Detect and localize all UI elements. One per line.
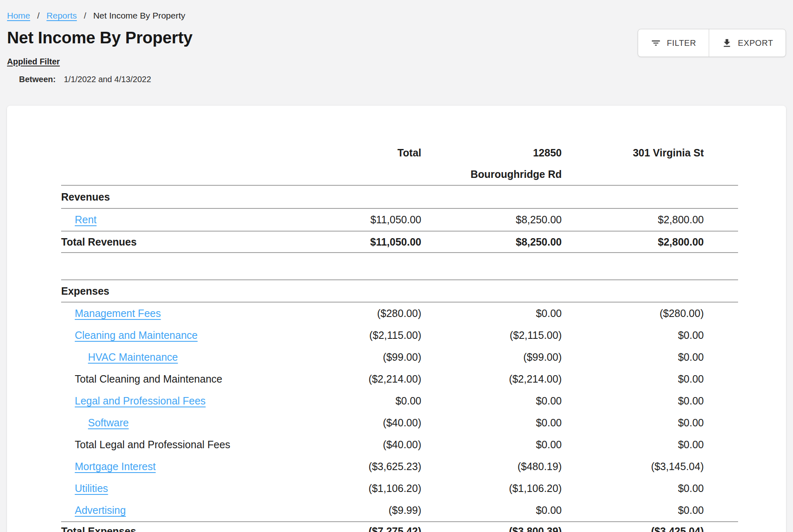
cell-utilities-col1: ($1,106.20) — [421, 482, 562, 494]
column-header-property-12850-bouroughridge-rd: 12850 Bouroughridge Rd — [421, 142, 562, 185]
table-header-row: Total 12850 Bouroughridge Rd 301 Virgini… — [61, 142, 738, 186]
cell-rent-col2: $2,800.00 — [562, 214, 704, 226]
category-link-utilities[interactable]: Utilities — [61, 482, 281, 494]
cell-software-col2: $0.00 — [562, 417, 704, 429]
cell-total-cleaning-and-maintenance-col1: ($2,214.00) — [421, 373, 562, 385]
between-value: 1/1/2022 and 4/13/2022 — [64, 75, 151, 84]
cell-hvac-maintenance-col2: $0.00 — [562, 351, 704, 363]
table-row-hvac-maintenance: HVAC Maintenance($99.00)($99.00)$0.00 — [61, 346, 738, 368]
category-link-mortgage-interest[interactable]: Mortgage Interest — [61, 461, 281, 473]
table-row-total-revenues: Total Revenues$11,050.00$8,250.00$2,800.… — [61, 231, 738, 253]
cell-total-cleaning-and-maintenance-col2: $0.00 — [562, 373, 704, 385]
cell-cleaning-and-maintenance-col1: ($2,115.00) — [421, 329, 562, 341]
table-row-revenues: Revenues — [61, 186, 738, 209]
cell-management-fees-col1: $0.00 — [421, 307, 562, 319]
cell-rent-col1: $8,250.00 — [421, 214, 562, 226]
row-label-expenses: Expenses — [61, 285, 281, 297]
title-row: Net Income By Property FILTER EXPORT — [7, 28, 786, 57]
cell-total-legal-and-professional-fees-col1: $0.00 — [421, 439, 562, 451]
cell-mortgage-interest-col2: ($3,145.04) — [562, 461, 704, 473]
report-table: Total 12850 Bouroughridge Rd 301 Virgini… — [61, 142, 738, 532]
table-row-management-fees: Management Fees($280.00)$0.00($280.00) — [61, 303, 738, 324]
category-link-cleaning-and-maintenance[interactable]: Cleaning and Maintenance — [61, 329, 281, 341]
column-header-property-301-virginia-st: 301 Virginia St — [562, 142, 704, 163]
report-card: Total 12850 Bouroughridge Rd 301 Virgini… — [7, 106, 786, 532]
cell-total-legal-and-professional-fees-col2: $0.00 — [562, 439, 704, 451]
cell-hvac-maintenance-col0: ($99.00) — [281, 351, 421, 363]
cell-cleaning-and-maintenance-col0: ($2,115.00) — [281, 329, 421, 341]
export-button[interactable]: EXPORT — [709, 29, 786, 57]
cell-utilities-col2: $0.00 — [562, 482, 704, 494]
table-row-total-cleaning-and-maintenance: Total Cleaning and Maintenance($2,214.00… — [61, 368, 738, 390]
table-row-cleaning-and-maintenance: Cleaning and Maintenance($2,115.00)($2,1… — [61, 324, 738, 346]
cell-management-fees-col0: ($280.00) — [281, 307, 421, 319]
breadcrumb-link-reports[interactable]: Reports — [47, 11, 77, 20]
applied-filter-detail: Between: 1/1/2022 and 4/13/2022 — [19, 75, 786, 84]
breadcrumb-link-home[interactable]: Home — [7, 11, 30, 20]
category-link-rent[interactable]: Rent — [61, 214, 281, 226]
category-link-management-fees[interactable]: Management Fees — [61, 307, 281, 319]
table-row-advertising: Advertising($9.99)$0.00$0.00 — [61, 499, 738, 521]
cell-utilities-col0: ($1,106.20) — [281, 482, 421, 494]
category-link-legal-and-professional-fees[interactable]: Legal and Professional Fees — [61, 395, 281, 407]
cell-total-expenses-col2: ($3,425.04) — [562, 525, 704, 532]
download-icon — [722, 38, 732, 48]
breadcrumb-current-page: Net Income By Property — [93, 11, 185, 20]
row-label-total-legal-and-professional-fees: Total Legal and Professional Fees — [61, 439, 281, 451]
table-row-spacer — [61, 253, 738, 279]
table-row-total-expenses: Total Expenses($7,275.42)($3,800.39)($3,… — [61, 521, 738, 532]
cell-total-expenses-col1: ($3,800.39) — [421, 525, 562, 532]
column-header-total: Total — [281, 142, 421, 163]
report-table-body: RevenuesRent$11,050.00$8,250.00$2,800.00… — [61, 186, 738, 532]
cell-legal-and-professional-fees-col2: $0.00 — [562, 395, 704, 407]
cell-total-legal-and-professional-fees-col0: ($40.00) — [281, 439, 421, 451]
row-label-total-expenses: Total Expenses — [61, 525, 281, 532]
table-row-total-legal-and-professional-fees: Total Legal and Professional Fees($40.00… — [61, 434, 738, 456]
table-row-expenses: Expenses — [61, 279, 738, 303]
filter-button[interactable]: FILTER — [638, 29, 709, 57]
category-link-hvac-maintenance[interactable]: HVAC Maintenance — [61, 351, 281, 363]
row-label-total-revenues: Total Revenues — [61, 236, 281, 248]
breadcrumb: Home / Reports / Net Income By Property — [7, 11, 786, 21]
filter-list-icon — [651, 38, 661, 48]
category-link-software[interactable]: Software — [61, 417, 281, 429]
cell-total-revenues-col2: $2,800.00 — [562, 236, 704, 248]
cell-software-col1: $0.00 — [421, 417, 562, 429]
page-title: Net Income By Property — [7, 28, 192, 47]
filter-button-label: FILTER — [667, 38, 696, 48]
table-row-legal-and-professional-fees: Legal and Professional Fees$0.00$0.00$0.… — [61, 390, 738, 412]
cell-advertising-col0: ($9.99) — [281, 504, 421, 516]
cell-advertising-col2: $0.00 — [562, 504, 704, 516]
cell-mortgage-interest-col0: ($3,625.23) — [281, 461, 421, 473]
cell-mortgage-interest-col1: ($480.19) — [421, 461, 562, 473]
table-row-software: Software($40.00)$0.00$0.00 — [61, 412, 738, 434]
applied-filter-heading: Applied Filter — [7, 57, 786, 66]
cell-software-col0: ($40.00) — [281, 417, 421, 429]
cell-total-revenues-col1: $8,250.00 — [421, 236, 562, 248]
category-link-advertising[interactable]: Advertising — [61, 504, 281, 516]
row-label-total-cleaning-and-maintenance: Total Cleaning and Maintenance — [61, 373, 281, 385]
export-button-label: EXPORT — [738, 38, 773, 48]
cell-advertising-col1: $0.00 — [421, 504, 562, 516]
cell-cleaning-and-maintenance-col2: $0.00 — [562, 329, 704, 341]
between-label: Between: — [19, 75, 56, 84]
row-label-revenues: Revenues — [61, 191, 281, 203]
table-row-rent: Rent$11,050.00$8,250.00$2,800.00 — [61, 209, 738, 231]
cell-management-fees-col2: ($280.00) — [562, 307, 704, 319]
page-header: Home / Reports / Net Income By Property … — [0, 11, 793, 84]
breadcrumb-separator: / — [84, 11, 86, 20]
cell-total-revenues-col0: $11,050.00 — [281, 236, 421, 248]
report-actions-toolbar: FILTER EXPORT — [638, 29, 786, 57]
cell-legal-and-professional-fees-col1: $0.00 — [421, 395, 562, 407]
cell-legal-and-professional-fees-col0: $0.00 — [281, 395, 421, 407]
table-row-utilities: Utilities($1,106.20)($1,106.20)$0.00 — [61, 478, 738, 499]
breadcrumb-separator: / — [37, 11, 40, 20]
cell-rent-col0: $11,050.00 — [281, 214, 421, 226]
cell-total-cleaning-and-maintenance-col0: ($2,214.00) — [281, 373, 421, 385]
cell-hvac-maintenance-col1: ($99.00) — [421, 351, 562, 363]
cell-total-expenses-col0: ($7,275.42) — [281, 525, 421, 532]
table-row-mortgage-interest: Mortgage Interest($3,625.23)($480.19)($3… — [61, 456, 738, 478]
